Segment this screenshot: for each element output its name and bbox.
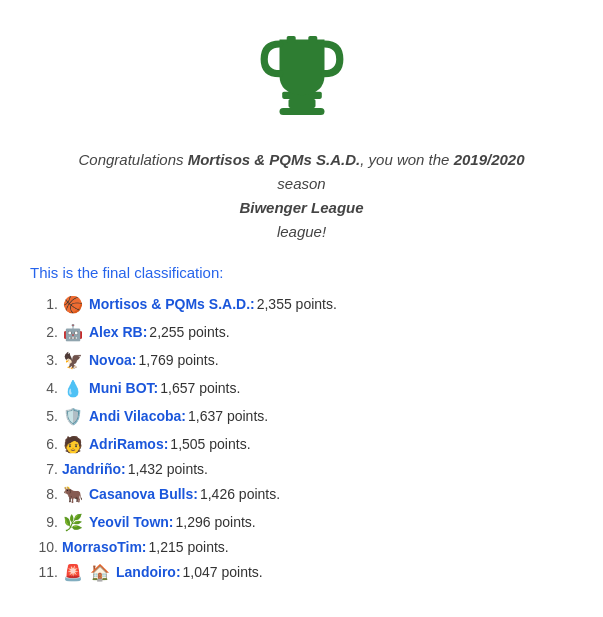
team-points: 1,657 points. <box>160 380 240 396</box>
team-name: Landoiro: <box>116 564 181 580</box>
congratulations-section: Congratulations Mortisos & PQMs S.A.D., … <box>30 148 573 244</box>
svg-rect-3 <box>286 36 295 43</box>
team-name: Muni BOT: <box>89 380 158 396</box>
team-points: 1,432 points. <box>128 461 208 477</box>
team-points: 1,296 points. <box>176 514 256 530</box>
rank-number: 1. <box>30 296 58 312</box>
league-name-bold: Biwenger League <box>239 199 363 216</box>
team-points: 1,047 points. <box>183 564 263 580</box>
list-item: 8.🐂Casanova Bulls: 1,426 points. <box>30 483 573 505</box>
season-label: season <box>277 175 325 192</box>
classification-title: This is the final classification: <box>30 264 573 281</box>
team-icon: 🤖 <box>62 321 84 343</box>
rank-number: 9. <box>30 514 58 530</box>
list-item: 9.🌿Yeovil Town: 1,296 points. <box>30 511 573 533</box>
rank-number: 4. <box>30 380 58 396</box>
trophy-section <box>30 30 573 130</box>
list-item: 6.🧑AdriRamos: 1,505 points. <box>30 433 573 455</box>
list-item: 1.🏀Mortisos & PQMs S.A.D.: 2,355 points. <box>30 293 573 315</box>
congrats-prefix: Congratulations <box>78 151 187 168</box>
team-points: 1,637 points. <box>188 408 268 424</box>
list-item: 2.🤖Alex RB: 2,255 points. <box>30 321 573 343</box>
team-icon: 🧑 <box>62 433 84 455</box>
team-name: Andi Vilacoba: <box>89 408 186 424</box>
team-name-bold: Mortisos & PQMs S.A.D. <box>188 151 361 168</box>
team-icon: 💧 <box>62 377 84 399</box>
classification-title-text: This is the final classification: <box>30 264 223 281</box>
list-item: 7.Jandriño: 1,432 points. <box>30 461 573 477</box>
svg-rect-4 <box>308 36 317 43</box>
list-item: 3.🦅Novoa: 1,769 points. <box>30 349 573 371</box>
svg-rect-2 <box>279 108 324 115</box>
team-icon: 🐂 <box>62 483 84 505</box>
rank-number: 11. <box>30 564 58 580</box>
list-item: 10.MorrasoTim: 1,215 points. <box>30 539 573 555</box>
rank-number: 6. <box>30 436 58 452</box>
rank-number: 3. <box>30 352 58 368</box>
team-points: 1,769 points. <box>138 352 218 368</box>
list-item: 4.💧Muni BOT: 1,657 points. <box>30 377 573 399</box>
rank-number: 5. <box>30 408 58 424</box>
team-points: 2,355 points. <box>257 296 337 312</box>
league-suffix: league! <box>277 223 326 240</box>
team-points: 1,426 points. <box>200 486 280 502</box>
congrats-middle: , you won the <box>360 151 453 168</box>
team-icon: 🌿 <box>62 511 84 533</box>
team-name: AdriRamos: <box>89 436 168 452</box>
rank-number: 10. <box>30 539 58 555</box>
team-name: Yeovil Town: <box>89 514 174 530</box>
list-item: 11.🚨🏠Landoiro: 1,047 points. <box>30 561 573 583</box>
season-year-bold: 2019/2020 <box>454 151 525 168</box>
svg-rect-1 <box>288 99 315 108</box>
team-extra-icon: 🏠 <box>89 561 111 583</box>
team-name: Novoa: <box>89 352 136 368</box>
team-points: 1,505 points. <box>170 436 250 452</box>
team-icon: 🚨 <box>62 561 84 583</box>
list-item: 5.🛡️Andi Vilacoba: 1,637 points. <box>30 405 573 427</box>
team-name: Jandriño: <box>62 461 126 477</box>
classification-list: 1.🏀Mortisos & PQMs S.A.D.: 2,355 points.… <box>30 293 573 583</box>
trophy-icon <box>257 30 347 130</box>
rank-number: 8. <box>30 486 58 502</box>
team-icon: 🦅 <box>62 349 84 371</box>
team-icon: 🛡️ <box>62 405 84 427</box>
team-points: 2,255 points. <box>149 324 229 340</box>
rank-number: 7. <box>30 461 58 477</box>
rank-number: 2. <box>30 324 58 340</box>
team-icon: 🏀 <box>62 293 84 315</box>
team-name: MorrasoTim: <box>62 539 147 555</box>
team-points: 1,215 points. <box>149 539 229 555</box>
team-name: Mortisos & PQMs S.A.D.: <box>89 296 255 312</box>
team-name: Casanova Bulls: <box>89 486 198 502</box>
team-name: Alex RB: <box>89 324 147 340</box>
